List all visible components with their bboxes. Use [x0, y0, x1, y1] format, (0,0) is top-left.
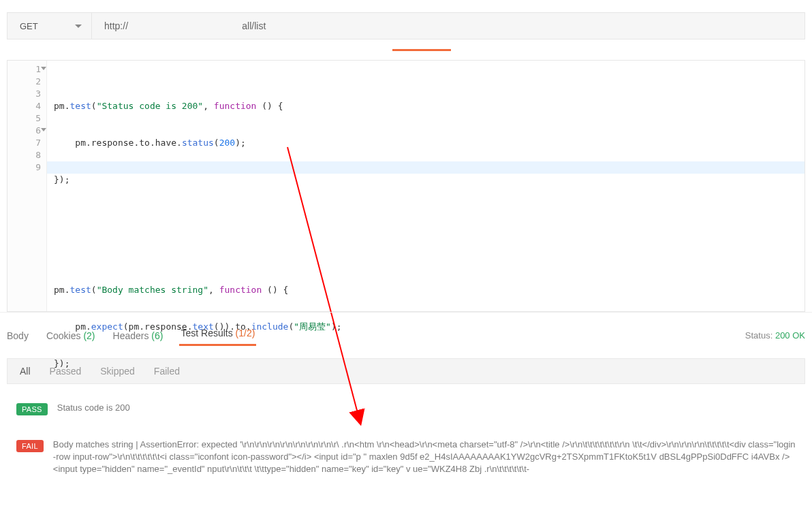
fold-icon: [41, 67, 46, 70]
chevron-down-icon: [75, 25, 82, 28]
editor-gutter: 1 2345 6 789: [7, 61, 47, 311]
url-input[interactable]: [92, 13, 805, 39]
status-indicator: Status: 200 OK: [745, 330, 805, 341]
cursor-line-highlight: [47, 161, 805, 174]
tab-body[interactable]: Body: [5, 328, 30, 344]
tab-cookies[interactable]: Cookies (2): [45, 328, 97, 344]
active-request-tab-indicator: [392, 49, 451, 51]
tab-test-results[interactable]: Test Results (1/2): [179, 325, 256, 346]
test-message: Body matches string | AssertionError: ex…: [53, 439, 796, 475]
method-select[interactable]: GET: [7, 13, 92, 39]
method-label: GET: [20, 21, 38, 31]
test-result-fail: FAIL Body matches string | AssertionErro…: [7, 433, 805, 481]
test-script-editor[interactable]: 1 2345 6 789 pm.test("Status code is 200…: [7, 60, 805, 312]
fold-icon: [41, 128, 46, 131]
request-bar: GET: [7, 12, 805, 39]
pass-badge: PASS: [16, 403, 48, 415]
filter-all[interactable]: All: [20, 366, 31, 377]
tab-headers[interactable]: Headers (6): [112, 328, 165, 344]
response-tabs: Body Cookies (2) Headers (6) Test Result…: [0, 312, 812, 353]
editor-code[interactable]: pm.test("Status code is 200", function (…: [47, 61, 805, 311]
fail-badge: FAIL: [16, 440, 44, 452]
